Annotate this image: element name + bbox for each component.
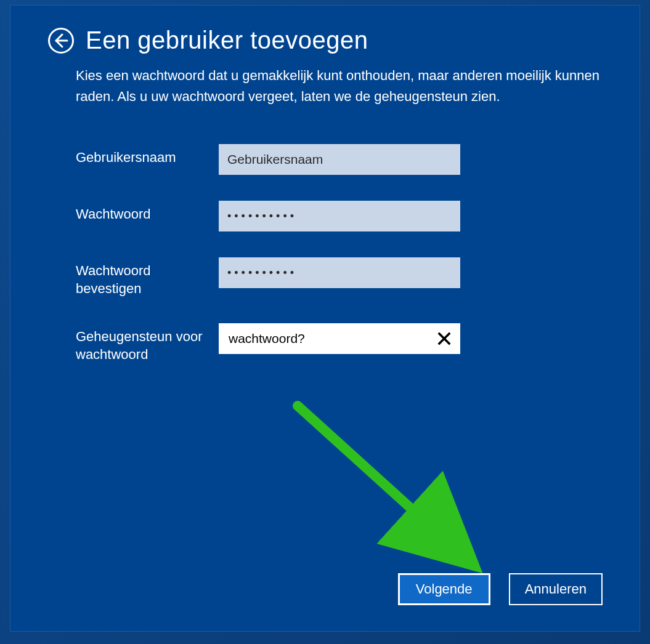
back-arrow-icon: [47, 27, 75, 54]
password-input[interactable]: [219, 201, 460, 231]
add-user-form: Gebruikersnaam Wachtwoord Wachtwoord bev…: [76, 144, 603, 363]
clear-hint-button[interactable]: [433, 328, 455, 350]
password-label: Wachtwoord: [76, 201, 219, 223]
back-button[interactable]: [47, 27, 75, 54]
add-user-dialog: Een gebruiker toevoegen Kies een wachtwo…: [10, 5, 640, 632]
password-hint-label: Geheugensteun voor wachtwoord: [76, 323, 219, 363]
dialog-header: Een gebruiker toevoegen: [47, 26, 603, 54]
username-label: Gebruikersnaam: [76, 144, 219, 167]
confirm-password-input[interactable]: [219, 257, 460, 288]
next-button[interactable]: Volgende: [398, 573, 490, 605]
page-title: Een gebruiker toevoegen: [86, 26, 368, 54]
password-hint-input[interactable]: [220, 324, 459, 353]
cancel-button[interactable]: Annuleren: [509, 573, 603, 605]
confirm-password-label: Wachtwoord bevestigen: [76, 257, 219, 297]
dialog-footer: Volgende Annuleren: [398, 573, 603, 605]
username-input[interactable]: [219, 144, 460, 175]
close-icon: [437, 332, 451, 345]
page-description: Kies een wachtwoord dat u gemakkelijk ku…: [76, 65, 603, 107]
svg-line-4: [298, 406, 461, 553]
annotation-arrow-icon: [291, 400, 489, 584]
